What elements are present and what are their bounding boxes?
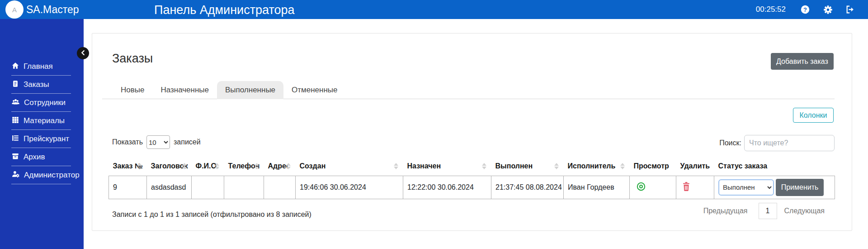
order-status-select[interactable]: Выполнен <box>718 179 774 196</box>
sidebar-nav: Главная Заказы Сотрудники Материалы Прей… <box>0 57 84 184</box>
sidebar-item-label: Главная <box>24 62 53 71</box>
cell-address <box>264 176 296 199</box>
document-icon <box>11 80 19 90</box>
column-header-phone[interactable]: Телефон <box>224 157 264 176</box>
sort-icon <box>620 163 625 169</box>
table-row: 9 asdasdasd 19:46:06 30.06.2024 12:22:00… <box>109 176 835 199</box>
apply-status-button[interactable]: Применить <box>776 179 824 196</box>
session-timer: 00:25:52 <box>756 5 786 14</box>
sidebar-item-orders[interactable]: Заказы <box>11 76 71 94</box>
cell-view <box>630 176 676 199</box>
sidebar-item-pricelist[interactable]: Прейскурант <box>11 130 71 148</box>
column-header-title[interactable]: Заголовок <box>147 157 192 176</box>
tab-assigned[interactable]: Назначенные <box>152 81 217 99</box>
home-icon <box>11 62 19 72</box>
price-list-icon <box>11 134 19 144</box>
column-header-status: Статус заказа <box>714 157 835 176</box>
sidebar-item-materials[interactable]: Материалы <box>11 112 71 130</box>
tab-new[interactable]: Новые <box>113 81 152 99</box>
sidebar-item-employees[interactable]: Сотрудники <box>11 94 71 112</box>
column-header-view: Просмотр <box>630 157 676 176</box>
cell-status: Выполнен Применить <box>714 176 835 199</box>
sidebar-item-label: Материалы <box>24 116 65 125</box>
chevron-left-icon <box>80 50 85 57</box>
gear-icon[interactable] <box>823 5 833 14</box>
avatar-letter: A <box>12 6 17 14</box>
sort-icon <box>554 163 559 169</box>
tab-completed[interactable]: Выполненные <box>217 81 283 99</box>
column-header-completed[interactable]: Выполнен <box>491 157 564 176</box>
column-header-delete: Удалить <box>676 157 714 176</box>
length-prefix-label: Показать <box>112 138 143 146</box>
avatar: A <box>5 0 24 19</box>
sidebar-item-label: Прейскурант <box>24 134 69 144</box>
pagination-page-current[interactable]: 1 <box>759 203 777 219</box>
column-header-fio[interactable]: Ф.И.О. <box>192 157 224 176</box>
admin-icon <box>11 170 20 180</box>
cell-order-no: 9 <box>109 176 147 199</box>
pagination-prev[interactable]: Предыдущая <box>703 203 748 219</box>
top-header: A SA.Мастер Панель Администратора 00:25:… <box>0 0 868 19</box>
app: A SA.Мастер Панель Администратора 00:25:… <box>0 0 868 249</box>
pagination: Предыдущая 1 Следующая <box>703 203 825 219</box>
sidebar-collapse-button[interactable] <box>77 47 89 59</box>
cell-completed: 21:37:45 08.08.2024 <box>491 176 564 199</box>
sort-icon <box>286 163 291 169</box>
cell-executor: Иван Гордеев <box>564 176 630 199</box>
order-tabs: Новые Назначенные Выполненные Отмененные <box>102 81 835 99</box>
add-order-button[interactable]: Добавить заказ <box>771 53 834 70</box>
brand-title: SA.Мастер <box>26 0 79 19</box>
cell-created: 19:46:06 30.06.2024 <box>296 176 403 199</box>
sort-icon <box>394 163 398 169</box>
svg-text:?: ? <box>803 6 807 13</box>
trash-icon[interactable] <box>683 182 690 191</box>
sort-icon <box>137 163 142 169</box>
orders-table: Заказ № Заголовок Ф.И.О. Телефон Адрес С… <box>108 157 835 199</box>
page-length-control: Показать 10 записей <box>112 135 201 149</box>
column-header-order-no[interactable]: Заказ № <box>109 157 147 176</box>
cell-title: asdasdasd <box>147 176 192 199</box>
column-header-executor[interactable]: Исполнитель <box>564 157 630 176</box>
help-icon[interactable]: ? <box>800 5 810 14</box>
sidebar-item-home[interactable]: Главная <box>11 57 71 76</box>
cell-assigned: 12:22:00 30.06.2024 <box>403 176 491 199</box>
cell-fio <box>192 176 224 199</box>
sidebar-item-label: Архив <box>24 153 45 162</box>
length-suffix-label: записей <box>174 138 201 146</box>
archive-icon <box>11 152 19 162</box>
page-header-title: Панель Администратора <box>154 0 295 19</box>
sidebar-item-label: Администратор <box>24 171 80 180</box>
orders-card: Заказы Добавить заказ Новые Назначенные … <box>92 33 852 231</box>
table-header-row: Заказ № Заголовок Ф.И.О. Телефон Адрес С… <box>109 157 835 176</box>
people-icon <box>11 97 20 108</box>
column-header-created[interactable]: Создан <box>296 157 403 176</box>
columns-button[interactable]: Колонки <box>793 108 834 123</box>
page-length-select[interactable]: 10 <box>146 135 170 149</box>
search-control: Поиск: <box>719 135 835 151</box>
records-summary: Записи с 1 до 1 из 1 записей (отфильтров… <box>112 211 311 219</box>
page-title: Заказы <box>112 52 153 66</box>
sort-icon <box>255 163 259 169</box>
cell-delete <box>676 176 714 199</box>
pagination-next[interactable]: Следующая <box>784 203 825 219</box>
sidebar-item-label: Сотрудники <box>24 98 66 107</box>
sidebar-item-label: Заказы <box>24 80 49 89</box>
sidebar-item-archive[interactable]: Архив <box>11 148 71 166</box>
sidebar: Главная Заказы Сотрудники Материалы Прей… <box>0 19 84 249</box>
sort-icon <box>215 163 219 169</box>
sort-icon <box>482 163 486 169</box>
sidebar-item-admin[interactable]: Администратор <box>11 166 71 184</box>
sort-icon <box>182 163 187 169</box>
grid-icon <box>11 116 19 126</box>
eye-icon[interactable] <box>636 182 646 192</box>
topbar-actions: 00:25:52 ? <box>756 0 855 19</box>
column-header-address[interactable]: Адрес <box>264 157 296 176</box>
tab-cancelled[interactable]: Отмененные <box>283 81 345 99</box>
cell-phone <box>224 176 264 199</box>
column-header-assigned[interactable]: Назначен <box>403 157 491 176</box>
search-label: Поиск: <box>719 139 741 147</box>
logout-icon[interactable] <box>845 5 855 14</box>
search-input[interactable] <box>744 135 835 151</box>
